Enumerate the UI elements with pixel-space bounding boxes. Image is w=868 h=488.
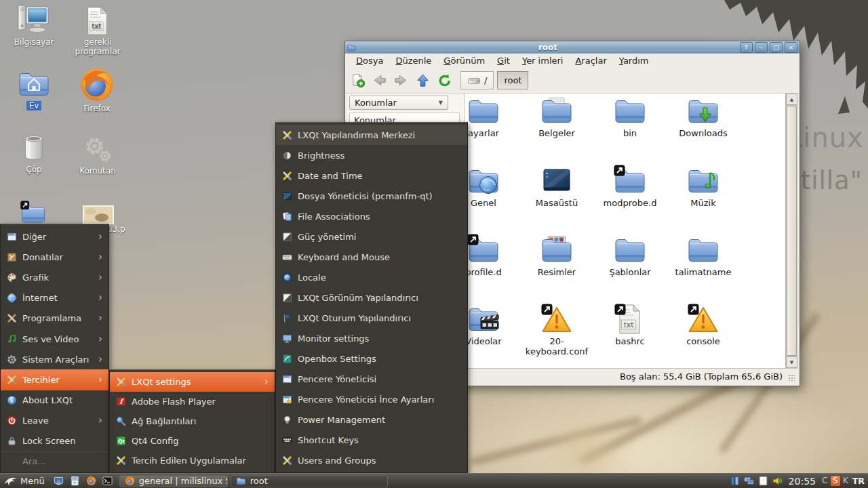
menubar-dosya[interactable]: Dosya [351,55,389,66]
file-item-bashrc[interactable]: bashrc [595,302,665,347]
file-item-talimatname[interactable]: talimatname [668,233,738,278]
desktop-icon-cop[interactable]: Çöp [4,133,64,175]
terminal-launcher[interactable] [102,476,113,486]
scroll-up-button[interactable]: ▲ [786,94,797,105]
cabinet-launcher[interactable] [70,476,80,486]
menubar-yard-m[interactable]: Yardım [614,55,654,66]
kbd-indicator-k[interactable]: K [843,476,848,485]
new-tab-button[interactable] [349,72,366,89]
taskbar-task-general-milislinux-si[interactable]: general | milislinux SI [119,475,228,487]
menu-item-pencere-y-neticisi[interactable]: Pencere Yöneticisi [276,369,467,389]
menubar-d-zenle[interactable]: Düzenle [390,55,437,66]
resize-grip[interactable] [788,374,795,381]
desktop-icon-bilgisayar[interactable]: Bilgisayar [4,3,64,47]
close-button[interactable]: × [785,42,797,53]
back-button[interactable] [371,72,388,89]
menu-item-tercihler[interactable]: Tercihler› [1,369,108,390]
menu-item-file-associations[interactable]: File Associations [276,206,467,226]
file-item-modprobe-d[interactable]: modprobe.d [595,164,665,209]
menu-item-a-ba-lant-lar[interactable]: Ağ Bağlantıları [110,411,275,431]
file-item-m-zik[interactable]: Müzik [668,164,738,209]
keyboard-layout[interactable]: TR [852,476,865,486]
clock[interactable]: 20:55 [789,476,816,487]
menu-item-pencere-y-neticisi-i-nce-ayarlar[interactable]: Pencere Yöneticisi İnce Ayarları [276,389,467,409]
path-current-button[interactable]: root [497,71,528,89]
up-button[interactable] [414,72,431,89]
drive-icon [467,74,481,87]
desktop-icon-label: Çöp [4,165,64,175]
menu-item-monitor-settings[interactable]: Monitor settings [276,328,467,348]
file-label: modprobe.d [595,199,665,209]
minimize-button[interactable]: – [755,42,768,53]
firefox16-launcher[interactable] [86,476,96,486]
volume-tray-icon[interactable] [772,476,783,486]
file-item-downloads[interactable]: Downloads [668,94,738,139]
menu-item-tercih-edilen-uygulamalar[interactable]: Tercih Edilen Uygulamalar [110,451,275,470]
menu-item-openbox-settings[interactable]: Openbox Settings [276,348,467,369]
menu-item-adobe-flash-player[interactable]: Adobe Flash Player [110,392,275,411]
desktop-icon-gerekli-programlar[interactable]: gerekli programlar [68,5,127,57]
menu-item-grafik[interactable]: Grafik› [1,267,108,287]
menu-item-users-and-groups[interactable]: Users and Groups [276,450,467,470]
menu-item-leave[interactable]: Leave› [1,411,108,431]
netpc-tray-icon[interactable] [744,476,754,486]
desktop-icon-ev[interactable]: Ev [4,68,64,111]
kbd-indicator-c[interactable]: C [822,476,828,485]
menu-item-i-nternet[interactable]: İnternet› [1,288,108,308]
kbd-indicator-s[interactable]: S [831,476,840,486]
file-item-bin[interactable]: bin [595,94,665,139]
file-item-console[interactable]: console [668,302,738,347]
menu-item-about-lxqt[interactable]: About LXQt [1,390,108,411]
menu-button[interactable]: Menü [0,474,51,488]
file-item-20-keyboard-conf[interactable]: 20-keyboard.conf [521,302,592,357]
file-item-ablonlar[interactable]: Şablonlar [595,233,665,278]
menu-item-date-and-time[interactable]: Date and Time [276,165,467,186]
menubar-git[interactable]: Git [492,55,515,66]
menu-item-dosya-y-neticisi-pcmanfm-qt[interactable]: Dosya Yöneticisi (pcmanfm-qt) [276,186,467,206]
menu-item-shortcut-keys[interactable]: Shortcut Keys [276,430,467,450]
menu-item-ara[interactable]: Ara... [1,451,108,470]
menu-item-lxqt-yap-land-rma-merkezi[interactable]: LXQt Yapılandırma Merkezi [276,125,467,145]
taskbar-task-root[interactable]: root [231,475,388,487]
menu-item-lxqt-g-r-n-m-yap-land-r-c[interactable]: LXQt Görünüm Yapılandırıcı [276,287,467,308]
desktop-icon-folder-partial[interactable] [18,201,49,226]
desktop-icon-image[interactable] [83,205,114,224]
menu-item-sistem-ara-lar[interactable]: Sistem Araçları› [1,349,108,369]
menu-item-keyboard-and-mouse[interactable]: Keyboard and Mouse [276,247,467,267]
menu-item-brightness[interactable]: Brightness [276,145,467,165]
maximize-button[interactable]: □ [770,42,783,53]
path-root-button[interactable]: / [460,71,494,89]
menu-item-donat-lar[interactable]: Donatılar› [1,247,108,267]
menu-item-di-er[interactable]: Diğer› [1,226,108,247]
menu-item-lxqt-oturum-yap-land-r-c[interactable]: LXQt Oturum Yapılandırıcı [276,308,467,328]
reload-button[interactable] [436,72,453,89]
scrollbar-thumb[interactable] [787,106,797,356]
shade-button[interactable]: ↑ [740,42,753,53]
places-combo[interactable]: Konumlar ▼ [349,96,448,110]
clip-tray-icon[interactable] [730,476,740,486]
desktop-icon-komutan[interactable]: Komutan [68,136,127,176]
menubar-yer-imleri[interactable]: Yer imleri [517,55,569,66]
menu-item-programlama[interactable]: Programlama› [1,308,108,329]
menu-item-g-y-netimi[interactable]: Güç yönetimi [276,226,467,247]
file-icon-view[interactable]: ayarlarBelgelerbinDownloadsGenelMasaüstü… [465,94,785,368]
menu-item-lxqt-settings[interactable]: LXQt settings› [110,372,275,392]
menu-item-ses-ve-video[interactable]: Ses ve Video› [1,329,108,349]
scroll-down-button[interactable]: ▼ [786,357,797,368]
file-item-masa-st[interactable]: Masaüstü [521,164,592,209]
file-item-resimler[interactable]: Resimler [521,233,592,278]
menubar-ara-lar[interactable]: Araçlar [570,55,612,66]
vertical-scrollbar[interactable]: ▲ ▼ [785,94,797,368]
notes-tray-icon[interactable] [758,476,768,486]
menu-item-lock-screen[interactable]: Lock Screen [1,431,108,451]
menu-item-power-management[interactable]: Power Management [276,409,467,430]
showdesk-launcher[interactable] [54,476,64,486]
desktop-icon-firefox[interactable]: Firefox [67,66,127,114]
menu-item-qt4-config[interactable]: Qt4 Config [110,431,275,451]
window-titlebar[interactable]: root ↑–□× [345,41,800,54]
forward-button[interactable] [393,72,410,89]
menubar-g-r-n-m[interactable]: Görünüm [438,55,490,66]
menu-item-locale[interactable]: Locale [276,267,467,287]
file-item-belgeler[interactable]: Belgeler [521,94,592,139]
menu-item-label: Güç yönetimi [298,232,356,242]
